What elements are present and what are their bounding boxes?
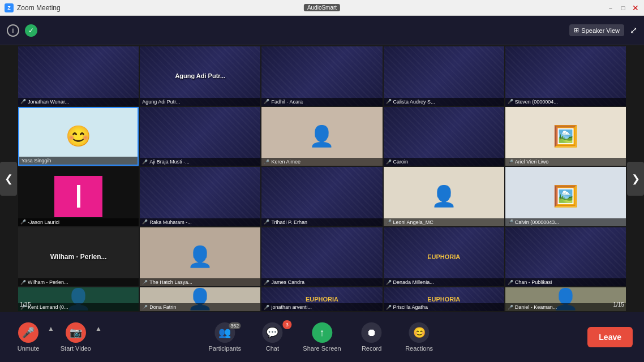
mic-muted-icon: 🎤 xyxy=(20,280,26,285)
unmute-caret[interactable]: ▲ xyxy=(48,325,54,333)
zoom-top-bar: i ✓ ⊞ Speaker View ⤢ xyxy=(0,16,644,45)
video-cell-denada: EUPHORIA 🎤 Denada Millenia... xyxy=(384,227,504,287)
mic-muted-icon: 🎤 xyxy=(386,99,392,104)
participant-label: 🎤 Steven (0000004... xyxy=(505,98,626,106)
participant-label: Yasa Singgih xyxy=(19,157,138,165)
video-cell-hatch: 👤 🎤 The Hatch Lasya... xyxy=(140,227,260,287)
zoom-top-right[interactable]: ⊞ Speaker View ⤢ xyxy=(569,24,637,36)
participant-label: 🎤 Trihadi P. Erhan xyxy=(261,218,382,226)
video-cell-agung: Agung Adi Putr... Agung Adi Putr... xyxy=(140,46,260,106)
title-bar-left: Z Zoom Meeting xyxy=(5,3,61,12)
reactions-icon: 😊 xyxy=(409,322,430,343)
participants-count: 362 xyxy=(229,322,241,329)
person-icon: 👤 xyxy=(187,245,213,269)
participant-label: 🎤 Chan - Publikasi xyxy=(505,278,626,286)
participant-label: 🎤 Priscilla Agatha xyxy=(384,303,504,311)
video-cell-ariel: 🖼️ 🎤 Ariel Vieri Liwo xyxy=(505,107,626,166)
participant-label: 🎤 Calista Audrey S... xyxy=(384,98,504,106)
grid-icon: ⊞ xyxy=(574,27,579,34)
mic-muted-icon: 🎤 xyxy=(508,99,513,104)
nav-arrow-right[interactable]: ❯ xyxy=(627,162,644,196)
mic-muted-icon: 🎤 xyxy=(142,219,148,225)
video-off-icon: 📷 xyxy=(66,322,86,343)
speaker-view-button[interactable]: ⊞ Speaker View xyxy=(569,24,624,36)
page-info-right: 1/15 xyxy=(613,301,624,308)
participant-label: 🎤 Daniel - Keaman... xyxy=(505,303,626,311)
mic-muted-icon: 🎤 xyxy=(386,219,392,225)
video-cell-kent: 👤 🎤 Kent Lemand (0... xyxy=(18,287,139,311)
video-cell-chan: 👤 🎤 Chan - Publikasi xyxy=(505,227,626,287)
logo-text: EUPHORIA xyxy=(427,253,460,260)
fullscreen-button[interactable]: ⤢ xyxy=(630,25,637,36)
start-video-button[interactable]: 📷 Start Video xyxy=(59,322,93,352)
video-cell-priscilla: EUPHORIA 🎤 Priscilla Agatha xyxy=(384,287,504,311)
video-cell-jason: 🎤 -Jason Laurici xyxy=(18,167,139,226)
participant-label: 🎤 Wilham - Perlen... xyxy=(18,278,139,286)
participant-label: 🎤 Raka Muharam -... xyxy=(140,218,260,226)
leave-button[interactable]: Leave xyxy=(587,327,633,347)
person-icon: 😊 xyxy=(66,124,91,148)
minimize-button[interactable]: − xyxy=(607,4,615,12)
mic-muted-icon: 🎤 xyxy=(508,219,513,225)
logo-text: EUPHORIA xyxy=(427,296,460,303)
title-bar-center: AudioSmart xyxy=(304,4,340,11)
bottom-center: 👥 Participants 362 💬 Chat 3 ↑ Share Scre… xyxy=(208,322,436,352)
video-cell-james: 🎤 James Candra xyxy=(261,227,382,287)
bottom-right: Leave xyxy=(587,327,633,347)
unmute-button[interactable]: 🎤 Unmute xyxy=(11,322,45,352)
close-button[interactable]: ✕ xyxy=(632,4,639,12)
participant-label: 🎤 jonathan arventi... xyxy=(261,303,382,311)
video-cell-daniel: 👤 🎤 Daniel - Keaman... xyxy=(505,287,626,311)
video-cell-steven: 👤 🎤 Steven (0000004... xyxy=(505,46,626,106)
record-button[interactable]: ⏺ Record xyxy=(355,322,389,352)
mic-muted-icon: 🎤 xyxy=(386,160,392,165)
unmute-label: Unmute xyxy=(18,345,40,352)
record-icon: ⏺ xyxy=(362,322,382,343)
reactions-button[interactable]: 😊 Reactions xyxy=(402,322,436,352)
logo-text: EUPHORIA xyxy=(306,296,338,303)
mic-muted-icon: 🎤 xyxy=(264,219,269,225)
mic-muted-icon: 🎤 xyxy=(264,305,269,310)
app-title: Zoom Meeting xyxy=(17,4,61,12)
participant-label: 🎤 Fadhil - Acara xyxy=(261,98,382,106)
avatar-icon: 🖼️ xyxy=(553,184,578,208)
video-cell-raka: 👤 🎤 Raka Muharam -... xyxy=(140,167,260,226)
nav-arrow-left[interactable]: ❮ xyxy=(0,162,17,196)
reactions-label: Reactions xyxy=(405,345,433,352)
zoom-top-left: i ✓ xyxy=(7,24,37,37)
audiосmart-badge: AudioSmart xyxy=(304,4,340,11)
zoom-app-icon: Z xyxy=(5,3,14,12)
person-icon: 👤 xyxy=(309,124,334,148)
chat-button[interactable]: 💬 Chat 3 xyxy=(255,322,289,352)
mic-muted-icon: 🎤 xyxy=(142,280,148,285)
video-cell-fadhil: 👤 🎤 Fadhil - Acara xyxy=(261,46,382,106)
maximize-button[interactable]: □ xyxy=(619,4,627,12)
video-cell-caroin: 👤 🎤 Caroin xyxy=(384,107,504,166)
video-cell-keren: 👤 🎤 Keren Aimee xyxy=(261,107,382,166)
logo-bar xyxy=(77,185,80,208)
participant-label: 🎤 -Jason Laurici xyxy=(18,218,139,226)
title-bar: Z Zoom Meeting AudioSmart − □ ✕ xyxy=(0,0,644,16)
video-cell-aji: 👤 🎤 Aji Braja Musti -... xyxy=(140,107,260,166)
info-icon[interactable]: i xyxy=(7,24,19,37)
participants-button[interactable]: 👥 Participants 362 xyxy=(208,322,242,352)
mic-muted-icon: 🎤 xyxy=(20,99,26,104)
video-caret[interactable]: ▲ xyxy=(95,325,102,333)
share-screen-label: Share Screen xyxy=(303,345,341,352)
participant-label: 🎤 Aji Braja Musti -... xyxy=(140,158,260,166)
participant-label: 🎤 Dona Fatrin xyxy=(140,303,260,311)
mic-off-icon: 🎤 xyxy=(18,322,38,343)
mic-muted-icon: 🎤 xyxy=(386,280,392,285)
mic-muted-icon: 🎤 xyxy=(264,99,269,104)
participant-label: 🎤 Ariel Vieri Liwo xyxy=(505,158,626,166)
share-screen-icon: ↑ xyxy=(312,322,332,343)
name-text-overlay: Wilham - Perlen... xyxy=(50,253,107,261)
shield-icon: ✓ xyxy=(25,24,37,37)
chat-label: Chat xyxy=(266,345,279,352)
participant-label: 🎤 The Hatch Lasya... xyxy=(140,278,260,286)
share-screen-button[interactable]: ↑ Share Screen xyxy=(303,322,341,352)
zoom-bottom-bar: 🎤 Unmute ▲ 📷 Start Video ▲ 👥 Participant… xyxy=(0,312,644,362)
mic-muted-icon: 🎤 xyxy=(508,305,513,310)
title-bar-controls[interactable]: − □ ✕ xyxy=(607,4,639,12)
video-main: ❮ 👤 🎤 Jonathan Wunar... Agung Adi Putr..… xyxy=(0,45,644,312)
